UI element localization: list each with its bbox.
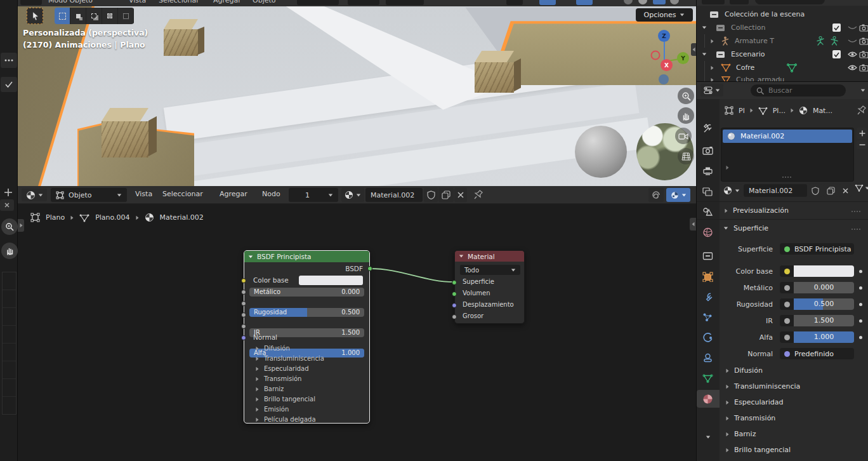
outliner-search-field[interactable] (755, 0, 825, 4)
section-pelicula-delgada[interactable]: Película delgada (256, 416, 316, 423)
shader-editor[interactable]: Objeto Vista Seleccionar Agregar Nodo 1 … (18, 186, 696, 461)
tab-collection-icon[interactable] (702, 251, 713, 260)
section-difusion[interactable]: Difusión (256, 345, 290, 352)
tab-physics-icon[interactable] (702, 333, 713, 343)
viewport-camera-button[interactable] (675, 128, 692, 144)
material-output-node[interactable]: Material Todo Superficie Volumen Desplaz… (454, 250, 525, 324)
outliner[interactable]: Colección de la escena Collection Armatu… (696, 0, 868, 81)
options-dropdown[interactable]: Opciones (636, 8, 693, 22)
navigation-gizmo[interactable]: Z Y X (649, 29, 694, 86)
tab-material-icon[interactable] (702, 394, 713, 404)
tab-scene-icon[interactable] (702, 207, 713, 217)
render-camera-icon[interactable] (859, 63, 868, 72)
outliner-row-escenario[interactable]: Escenario (697, 48, 868, 61)
eye-closed-icon[interactable] (848, 39, 857, 44)
shading-material-icon[interactable] (653, 0, 666, 4)
add-button[interactable] (4, 188, 13, 197)
output-target-dropdown[interactable]: Todo (460, 265, 520, 275)
filter-dropdown[interactable] (730, 0, 749, 4)
shading-rendered-icon[interactable] (670, 0, 679, 4)
select-mode-new-button[interactable] (55, 8, 70, 24)
tab-object-icon[interactable] (702, 272, 713, 282)
color-base-socket[interactable] (241, 278, 246, 283)
tab-constraints-icon[interactable] (702, 353, 713, 363)
ior-slider[interactable]: 1.500 (794, 315, 854, 326)
render-camera-icon[interactable] (859, 23, 868, 32)
section-transluminiscencia[interactable]: Transluminiscencia (256, 355, 324, 362)
volume-input-socket[interactable] (452, 291, 457, 297)
outliner-row-collection[interactable]: Collection (697, 21, 868, 34)
add-slot-button[interactable] (857, 128, 867, 139)
scene-cube[interactable] (475, 62, 514, 93)
mode-icon-dropdown[interactable] (20, 0, 42, 5)
material-slot-list[interactable]: Material.002 (721, 128, 854, 182)
fake-user-button[interactable] (808, 184, 822, 197)
exclude-checkbox[interactable] (832, 50, 841, 58)
gizmo-y-axis[interactable]: Y (677, 52, 689, 64)
sidebar-collapse-tab[interactable] (691, 43, 696, 56)
menu-vista[interactable]: Vista (129, 0, 146, 4)
section-transmision[interactable]: Transmisión (256, 375, 301, 382)
pan-button[interactable] (1, 243, 18, 259)
roughness-slider[interactable]: Rugosidad0.500 (249, 308, 364, 317)
select-mode-extend-button[interactable] (70, 8, 86, 24)
resize-grip-dots[interactable] (782, 177, 791, 178)
bsdf-principled-node[interactable]: BSDF Principista BSDF Color base Metálic… (244, 250, 370, 424)
select-mode-invert-button[interactable] (102, 8, 118, 24)
section-transmision[interactable]: Transmisión (726, 414, 775, 422)
normal-button[interactable]: Predefinido (780, 348, 854, 359)
tab-world-icon[interactable] (702, 227, 713, 237)
mode-dropdown[interactable]: Modo Objeto (48, 0, 93, 4)
tab-tool-icon[interactable] (702, 123, 713, 134)
tab-render-icon[interactable] (702, 146, 713, 155)
animate-dot[interactable] (859, 303, 862, 306)
panel-grip-dots[interactable] (852, 229, 860, 230)
section-brillo-tangencial[interactable]: Brillo tangencial (726, 446, 791, 454)
alpha-socket[interactable] (241, 324, 246, 329)
metallic-socket[interactable] (241, 290, 246, 295)
3d-viewport[interactable]: Modo Objeto Vista Seleccionar Agregar Ob… (18, 0, 696, 186)
metallic-slider[interactable]: 0.000 (794, 282, 854, 293)
outliner-row-cofre[interactable]: Cofre (697, 61, 868, 74)
shading-wireframe-icon[interactable] (624, 0, 633, 4)
shading-solid-icon[interactable] (638, 0, 647, 4)
surface-input-socket[interactable] (452, 280, 457, 285)
normal-socket[interactable] (241, 335, 246, 340)
material-slot-selected[interactable]: Material.002 (723, 130, 852, 143)
material-browse-dropdown[interactable] (721, 184, 742, 197)
section-barniz[interactable]: Barniz (726, 430, 756, 438)
toggle-active[interactable] (539, 0, 556, 5)
overflow-menu-button[interactable] (1, 53, 17, 68)
surface-panel-header[interactable]: Superficie (723, 224, 768, 232)
section-difusion[interactable]: Difusión (726, 366, 763, 375)
node-header[interactable]: BSDF Principista (244, 251, 369, 262)
eye-open-icon[interactable] (848, 51, 857, 58)
toggle-active[interactable] (576, 0, 593, 5)
chevron-down-icon[interactable] (861, 90, 865, 92)
chevron-down-icon[interactable] (702, 53, 706, 56)
breadcrumb-object[interactable]: Pl (739, 107, 745, 115)
viewport-pan-button[interactable] (678, 107, 694, 124)
remove-slot-button[interactable] (857, 140, 867, 149)
metallic-slider[interactable]: Metálico0.000 (249, 288, 364, 297)
color-base-swatch[interactable] (794, 265, 854, 277)
animate-dot[interactable] (859, 270, 862, 273)
section-brillo-tangencial[interactable]: Brillo tangencial (256, 396, 315, 403)
outliner-row-armature[interactable]: Armature T (697, 34, 868, 48)
tweak-tool-button[interactable] (27, 8, 43, 24)
chevron-down-icon[interactable] (706, 436, 710, 439)
tab-output-icon[interactable] (702, 166, 713, 176)
menu-objeto[interactable]: Objeto (253, 0, 276, 4)
material-name-field[interactable]: Material.002 (744, 184, 807, 197)
eye-closed-icon[interactable] (848, 26, 857, 30)
panel-grip-dots[interactable] (852, 211, 860, 212)
select-mode-intersect-button[interactable] (118, 8, 134, 24)
alpha-slider[interactable]: 1.000 (794, 331, 854, 343)
cursor-tool-widget[interactable] (506, 0, 523, 5)
breadcrumb-mesh[interactable]: Pl... (773, 107, 786, 115)
unlink-material-button[interactable] (839, 184, 852, 197)
breadcrumb-material[interactable]: Mat... (813, 107, 832, 115)
roughness-socket[interactable] (241, 301, 246, 306)
section-especularidad[interactable]: Especularidad (726, 398, 784, 406)
menu-seleccionar[interactable]: Seleccionar (159, 0, 199, 4)
